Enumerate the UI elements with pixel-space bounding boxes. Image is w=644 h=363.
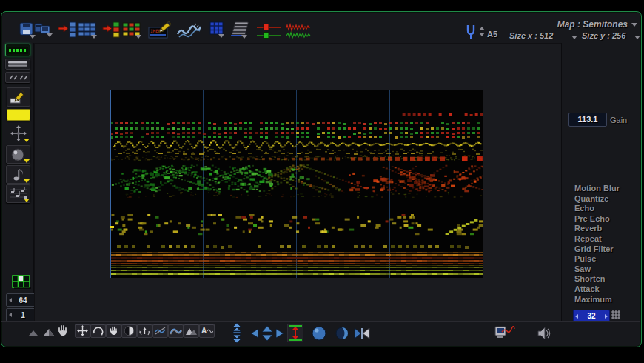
grid-window-dropdown-arrow[interactable] bbox=[218, 34, 224, 38]
zoom-out-mountain-button[interactable] bbox=[28, 328, 41, 336]
effect-item-repeat[interactable]: Repeat bbox=[574, 234, 620, 244]
wave-display-button[interactable] bbox=[286, 22, 311, 40]
size-x-dropdown-arrow[interactable] bbox=[571, 36, 577, 39]
effect-item-shorten[interactable]: Shorten bbox=[574, 274, 620, 284]
grid-window-button[interactable] bbox=[208, 21, 226, 40]
amplitude-icon: A bbox=[201, 325, 213, 336]
brush-lines-button[interactable] bbox=[5, 59, 30, 70]
grid-toggle-button[interactable] bbox=[11, 273, 32, 292]
score-dropdown-arrow[interactable] bbox=[24, 199, 30, 202]
small-mountain-icon bbox=[28, 328, 41, 336]
effect-item-maximum[interactable]: Maximum bbox=[574, 295, 620, 305]
gain-input[interactable]: 113.1 bbox=[568, 113, 607, 127]
small-grid-icon bbox=[610, 309, 622, 321]
filter-editor-button[interactable]: IMER bbox=[148, 19, 176, 43]
dotted-row-icon bbox=[7, 47, 28, 54]
table-blue-dropdown-arrow[interactable] bbox=[91, 35, 97, 39]
expand-vertical-button[interactable] bbox=[229, 323, 245, 343]
bottom-toolbar-divider bbox=[1, 321, 640, 322]
effect-item-reverb[interactable]: Reverb bbox=[574, 224, 620, 234]
flip-horizontal-button[interactable] bbox=[354, 327, 370, 340]
effects-list: Motion Blur Quantize Echo Pre Echo Rever… bbox=[574, 184, 620, 304]
note-dropdown-arrow[interactable] bbox=[24, 179, 30, 183]
grab-hand-icon bbox=[108, 325, 119, 336]
note-tool-button[interactable] bbox=[6, 165, 30, 184]
pencil-tool-button[interactable] bbox=[7, 87, 30, 107]
effect-item-pre-echo[interactable]: Pre Echo bbox=[574, 214, 620, 224]
ref-note-stepper[interactable] bbox=[479, 27, 485, 36]
displace-dropdown-arrow[interactable] bbox=[24, 139, 30, 142]
crescent-icon bbox=[335, 326, 349, 341]
sphere-map-button[interactable] bbox=[311, 325, 327, 342]
ref-note-up-arrow[interactable] bbox=[479, 27, 485, 30]
ref-note-label: A5 bbox=[487, 30, 497, 39]
layers-button[interactable] bbox=[228, 21, 252, 40]
size-y-label[interactable]: Size y : 256 bbox=[582, 31, 625, 40]
pan-hand-button[interactable] bbox=[56, 324, 69, 337]
rotate-arrow-icon bbox=[92, 325, 104, 336]
flip-bowtie-icon bbox=[354, 327, 370, 340]
fit-vertical-button[interactable] bbox=[287, 324, 303, 342]
gain-label: Gain bbox=[610, 116, 627, 124]
sphere-tool-button[interactable] bbox=[6, 145, 30, 164]
render-button[interactable] bbox=[494, 326, 515, 341]
audio-preview-button[interactable] bbox=[537, 326, 551, 341]
map-dropdown-arrow[interactable] bbox=[631, 23, 637, 27]
insert-row-color-button[interactable] bbox=[102, 21, 121, 40]
size-x-label[interactable]: Size x : 512 bbox=[509, 31, 553, 40]
layers-dropdown-arrow[interactable] bbox=[241, 35, 247, 39]
line-envelope-button[interactable] bbox=[152, 324, 168, 338]
copy-paste-button[interactable] bbox=[33, 21, 54, 40]
peaks-button[interactable] bbox=[184, 324, 199, 338]
effect-value-increment-arrow[interactable] bbox=[605, 314, 608, 319]
pan-directions-button[interactable] bbox=[249, 324, 285, 342]
grab-button[interactable] bbox=[106, 324, 121, 338]
spectral-canvas[interactable] bbox=[110, 90, 483, 278]
filter-sliders-button[interactable] bbox=[256, 22, 281, 40]
effect-grid-button[interactable] bbox=[609, 308, 623, 322]
contrast-button[interactable] bbox=[121, 324, 137, 338]
speaker-icon bbox=[537, 326, 551, 341]
score-tool-button[interactable] bbox=[6, 184, 30, 203]
move-arrows-icon bbox=[76, 325, 89, 336]
table-color-dropdown-arrow[interactable] bbox=[135, 35, 141, 39]
right-panel-divider bbox=[561, 43, 562, 321]
table-color-button[interactable] bbox=[121, 21, 142, 40]
effect-item-grid-filter[interactable]: Grid Filter bbox=[574, 244, 620, 255]
waves-icon bbox=[286, 22, 311, 40]
displace-tool-button[interactable] bbox=[6, 124, 30, 143]
effect-item-pulse[interactable]: Pulse bbox=[574, 254, 620, 264]
brush-diagonal-button[interactable] bbox=[5, 72, 30, 83]
zoom-in-mountain-button[interactable] bbox=[43, 327, 56, 336]
effect-item-motion-blur[interactable]: Motion Blur bbox=[574, 184, 620, 194]
jitter-button[interactable] bbox=[137, 324, 152, 338]
hand-icon bbox=[56, 324, 69, 337]
tuning-fork-button[interactable] bbox=[465, 24, 477, 41]
insert-row-button[interactable] bbox=[58, 21, 77, 40]
color-swatch[interactable] bbox=[7, 109, 30, 121]
app-window: IMER bbox=[0, 0, 644, 363]
smooth-envelope-button[interactable] bbox=[168, 324, 184, 338]
transform-move-button[interactable] bbox=[75, 324, 90, 338]
ref-note-down-arrow[interactable] bbox=[479, 33, 485, 36]
size-y-dropdown-arrow[interactable] bbox=[634, 36, 640, 39]
sphere-dropdown-arrow[interactable] bbox=[24, 159, 30, 163]
effect-item-echo[interactable]: Echo bbox=[574, 204, 620, 214]
map-mode-label[interactable]: Map : Semitones bbox=[518, 19, 628, 30]
table-blue-button[interactable] bbox=[77, 21, 98, 40]
jitter-arrows-icon bbox=[138, 325, 151, 336]
brush-dotted-button[interactable] bbox=[5, 44, 30, 56]
effect-item-saw[interactable]: Saw bbox=[574, 264, 620, 275]
effect-item-attack[interactable]: Attack bbox=[574, 284, 620, 295]
layers-icon bbox=[228, 21, 252, 40]
amplitude-button[interactable]: A bbox=[199, 324, 215, 338]
insert-row-icon bbox=[58, 21, 77, 40]
rotate-button[interactable] bbox=[90, 324, 106, 338]
wave-brush-button[interactable] bbox=[176, 21, 203, 41]
copy-icon bbox=[33, 21, 54, 40]
copy-dropdown-arrow[interactable] bbox=[47, 33, 53, 37]
filter-display-icon: IMER bbox=[148, 19, 176, 43]
effect-item-quantize[interactable]: Quantize bbox=[574, 194, 620, 204]
contrast-circle-icon bbox=[124, 325, 135, 336]
half-sphere-button[interactable] bbox=[335, 326, 349, 341]
